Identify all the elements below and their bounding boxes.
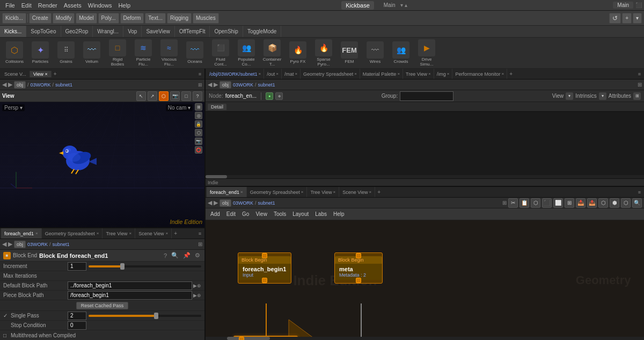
ng-icon-8[interactable]: 📤 <box>587 198 597 208</box>
params-tab-add[interactable]: + <box>174 230 177 236</box>
vp-rt-4[interactable]: ⬡ <box>195 129 202 136</box>
shelf-icon-fem[interactable]: FEM FEM <box>337 40 362 66</box>
action-add[interactable]: Add <box>208 210 223 218</box>
rt-tab-matpalette[interactable]: Material Palette × <box>360 69 403 79</box>
foreach-end1-node[interactable]: Block End foreach_end1 Merge : 3 <box>233 336 298 340</box>
rt-tab-mat[interactable]: /mat × <box>282 69 301 79</box>
action-tools[interactable]: Tools <box>271 210 289 218</box>
ng-icon-11[interactable]: ⬡ <box>621 198 631 208</box>
singlepass-slider[interactable] <box>89 315 201 317</box>
viewport-tool-cam[interactable]: 📷 <box>170 91 180 101</box>
shelf-icon-sparsepyro[interactable]: 🔥 Sparse Pyro... <box>311 38 336 68</box>
shelf-tab-openshift[interactable]: OpenShip <box>210 26 243 37</box>
params-tab-geospread[interactable]: Geometry Spreadsheet × <box>42 228 103 238</box>
shelf-icon-particleflu[interactable]: ≋ Particle Flu... <box>131 38 156 68</box>
toolbar-modify[interactable]: Modify <box>53 13 75 24</box>
params-tab-sceneview[interactable]: Scene View × <box>135 228 172 238</box>
ng-tab-add[interactable]: + <box>377 189 380 195</box>
menu-edit[interactable]: Edit <box>18 1 35 10</box>
ng-tab-geospread[interactable]: Geometry Spreadsheet × <box>247 187 308 197</box>
vp-rt-5[interactable]: 📷 <box>195 138 202 145</box>
shelf-icon-containert[interactable]: 📦 Container T... <box>260 38 284 68</box>
ng-settings[interactable]: ≡ <box>636 189 643 196</box>
rt-tab-treeview[interactable]: Tree View × <box>403 69 434 79</box>
toolbar-more[interactable]: ▾ <box>633 13 642 24</box>
attributes-settings[interactable]: ⊞ <box>633 92 641 100</box>
increment-slider[interactable] <box>89 265 201 267</box>
detail-tab[interactable]: Detail <box>208 104 226 110</box>
toolbar-text[interactable]: Text... <box>145 13 166 24</box>
menu-render[interactable]: Render <box>35 1 61 10</box>
increment-value[interactable]: 1 <box>68 262 86 271</box>
ng-path-icon[interactable]: ⊞ <box>502 200 507 206</box>
params-03work[interactable]: 03WORK <box>27 242 48 247</box>
node-flag-1[interactable]: ● <box>266 92 273 100</box>
rt-tab-path[interactable]: /obj/03WORK/subnet1 × <box>207 69 264 79</box>
shelf-tab-wrangl[interactable]: Wrangl... <box>93 26 123 37</box>
defblockpath-value[interactable]: ../foreach_begin1 <box>68 281 192 290</box>
intrinsics-dropdown[interactable]: ▾ <box>599 92 606 100</box>
params-back-btn[interactable]: ◀ <box>2 241 6 248</box>
shelf-icon-pyrofx[interactable]: 🔥 Pyro FX <box>286 40 310 66</box>
shelf-tab-sop2geo[interactable]: SopToGeo <box>26 26 61 37</box>
group-input[interactable] <box>400 91 453 101</box>
shelf-tab-kicks[interactable]: Kicks... <box>0 26 26 37</box>
ng-icon-10[interactable]: ⬢ <box>610 198 619 208</box>
viewport-tool-3[interactable]: ⬡ <box>159 91 169 101</box>
ng-icon-3[interactable]: ⬡ <box>531 198 540 208</box>
shelf-icon-collisions[interactable]: ⬡ Collisions <box>2 40 27 66</box>
left-tab-view-active[interactable]: View × <box>30 71 52 77</box>
vp-rt-3[interactable]: 🔒 <box>195 120 202 128</box>
viewport-tool-4[interactable]: □ <box>181 91 191 101</box>
viewport-tool-1[interactable]: ↖ <box>136 91 146 101</box>
ng-icon-2[interactable]: 📋 <box>519 198 529 208</box>
toolbar-poly[interactable]: Poly... <box>98 13 119 24</box>
ng-icon-9[interactable]: ⬡ <box>598 198 608 208</box>
toolbar-create[interactable]: Create <box>29 13 52 24</box>
params-panel-settings[interactable]: ≡ <box>196 230 203 237</box>
params-subnet1[interactable]: subnet1 <box>53 242 70 247</box>
pieceblockpath-value[interactable]: /foreach_begin1 <box>68 291 192 300</box>
vp-rt-2[interactable]: ◎ <box>195 112 202 119</box>
menu-windows[interactable]: Windows <box>85 1 115 10</box>
rt-03work[interactable]: 03WORK <box>233 82 253 88</box>
viewport-path-more[interactable]: ⊞ <box>198 82 202 88</box>
shelf-icon-rigidbodies[interactable]: □ Rigid Bodies <box>105 38 130 68</box>
multithread-checkbox[interactable]: □ <box>3 332 11 338</box>
shelf-icon-populateco[interactable]: 👥 Populate Co... <box>234 38 259 68</box>
ng-subnet1[interactable]: subnet1 <box>258 200 275 206</box>
toolbar-reload[interactable]: ↺ <box>609 13 621 24</box>
params-tab-treeview[interactable]: Tree View × <box>103 228 135 238</box>
shelf-icon-grains[interactable]: ⠿ Grains <box>54 40 78 66</box>
action-layout[interactable]: Layout <box>290 210 311 218</box>
viewport-obj-btn[interactable]: obj <box>14 81 26 89</box>
rt-tab-img[interactable]: /img × <box>434 69 453 79</box>
window-expand[interactable]: ⬛ <box>635 2 642 8</box>
ng-fwd-btn[interactable]: ▶ <box>214 199 218 206</box>
ng-icon-4[interactable]: ⬛ <box>542 198 552 208</box>
params-tab-foreach[interactable]: foreach_end1 × <box>1 228 42 238</box>
params-obj-btn[interactable]: obj <box>14 241 26 248</box>
menu-help[interactable]: Help <box>115 1 134 10</box>
view-dropdown[interactable]: ▾ <box>566 92 573 100</box>
action-view[interactable]: View <box>253 210 270 218</box>
viewport-tool-5[interactable]: ? <box>193 91 202 101</box>
toolbar-rigging[interactable]: Rigging <box>167 13 192 24</box>
ng-tab-treeview[interactable]: Tree View × <box>307 187 339 197</box>
shelf-icon-particles[interactable]: ✦ Particles <box>28 40 53 66</box>
action-help[interactable]: Help <box>331 210 347 218</box>
rt-fwd-btn[interactable]: ▶ <box>214 81 218 88</box>
shelf-icon-viscousflu[interactable]: ≈ Viscous Flu... <box>157 38 181 68</box>
node-pin-btn[interactable]: 📌 <box>183 252 191 259</box>
action-labs[interactable]: Labs <box>312 210 330 218</box>
shelf-tab-offtempflt[interactable]: OffTempFlt <box>175 26 210 37</box>
ng-icon-5[interactable]: ⬜ <box>553 198 563 208</box>
rt-top-settings[interactable]: ≡ <box>636 71 643 77</box>
toolbar-add[interactable]: + <box>622 13 632 24</box>
rt-path-icon[interactable]: ⊞ <box>638 82 642 88</box>
ng-tab-sceneview[interactable]: Scene View × <box>339 187 375 197</box>
pieceblockpath-browse-btn[interactable]: ▶ <box>193 293 197 298</box>
toolbar-muscles[interactable]: Muscles <box>193 13 219 24</box>
shelf-icon-crowds[interactable]: 👥 Crowds <box>389 40 413 66</box>
viewport-back-btn[interactable]: ◀ <box>2 81 6 88</box>
